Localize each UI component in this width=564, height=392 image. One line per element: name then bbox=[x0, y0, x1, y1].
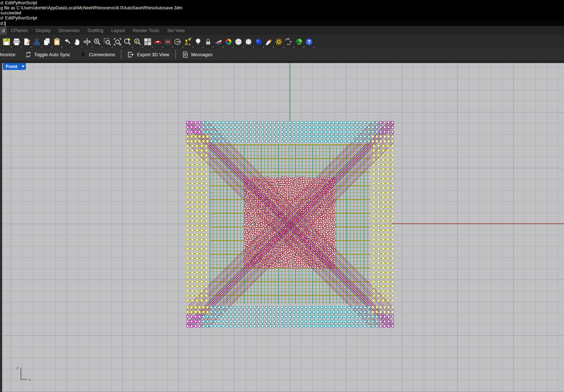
help-button[interactable]: ? bbox=[305, 37, 313, 46]
undo-button[interactable] bbox=[63, 37, 71, 46]
command-history: d: EditPythonScriptg file as C:\Users\do… bbox=[0, 0, 564, 26]
toolbar-tab-cplanes[interactable]: CPlanes bbox=[7, 27, 32, 35]
hide-car-icon bbox=[153, 37, 162, 46]
lock-button[interactable] bbox=[204, 37, 212, 46]
web-globe-icon bbox=[295, 37, 303, 46]
zoom-extents-button[interactable] bbox=[123, 37, 132, 46]
shaded-sphere-button[interactable] bbox=[234, 37, 243, 46]
plugin-button-label: hronize bbox=[0, 52, 15, 57]
command-history-lines: d: EditPythonScriptg file as C:\Users\do… bbox=[0, 0, 564, 21]
light-bulb-button[interactable] bbox=[194, 37, 202, 46]
command-history-line: d: EditPythonScript bbox=[0, 15, 564, 21]
toolbar-tab-bar: dCPlanesDisplayDimensionDraftingLayoutRe… bbox=[0, 26, 564, 35]
toolbar-tab-display[interactable]: Display bbox=[32, 27, 54, 35]
show-car-grid-icon bbox=[164, 37, 172, 46]
spotlight-icon bbox=[264, 37, 273, 46]
plugin-button-label: Export 3D View bbox=[137, 52, 169, 57]
plugin-button-label: Messages bbox=[191, 52, 212, 57]
plugin-button-label: Toggle Auto Sync bbox=[34, 52, 70, 57]
zoom-selected-button[interactable] bbox=[113, 37, 122, 46]
cut-icon bbox=[32, 37, 41, 46]
rendered-sphere-button[interactable] bbox=[244, 37, 253, 46]
rotate-view-button[interactable] bbox=[83, 37, 91, 46]
toolbar-tab-set-view[interactable]: Set View bbox=[163, 27, 189, 35]
viewport-menu-dropdown[interactable] bbox=[20, 63, 26, 70]
plugin-button-hronize[interactable]: hronize bbox=[0, 49, 20, 60]
color-wheel-button[interactable] bbox=[224, 37, 233, 46]
toolbar-separator bbox=[175, 50, 176, 59]
options-gear-icon bbox=[274, 37, 283, 46]
text-cursor bbox=[5, 21, 5, 26]
plugin-button-toggle-auto-sync[interactable]: Toggle Auto Sync bbox=[20, 49, 75, 60]
render-blue-sphere-button[interactable] bbox=[254, 37, 263, 46]
plugin-button-connections[interactable]: Connections bbox=[75, 49, 120, 60]
zoom-undo-icon bbox=[133, 37, 142, 46]
sync-icon bbox=[25, 51, 32, 58]
toolbar-separator bbox=[121, 50, 121, 59]
undo-icon bbox=[63, 37, 71, 46]
render-blue-sphere-icon bbox=[254, 37, 263, 46]
toolbar-tab-drafting[interactable]: Drafting bbox=[84, 27, 107, 35]
osnap-points-icon bbox=[184, 37, 192, 46]
command-prompt[interactable]: d: bbox=[0, 21, 564, 26]
command-history-line: d: EditPythonScript bbox=[0, 0, 564, 5]
zoom-selected-icon bbox=[113, 37, 122, 46]
rotate-view-icon bbox=[83, 37, 91, 46]
pan-icon bbox=[73, 37, 81, 46]
command-history-line: g file as C:\Users\dombr\AppData\Local\M… bbox=[0, 5, 564, 10]
plug-icon bbox=[80, 51, 86, 58]
osnap-points-button[interactable] bbox=[184, 37, 192, 46]
color-wheel-icon bbox=[224, 37, 233, 46]
gumball-wedge-button[interactable] bbox=[214, 37, 223, 46]
hide-car-button[interactable] bbox=[153, 37, 162, 46]
cplane-button[interactable] bbox=[174, 37, 182, 46]
spotlight-button[interactable] bbox=[264, 37, 273, 46]
shaded-sphere-icon bbox=[234, 37, 243, 46]
light-bulb-icon bbox=[194, 37, 202, 46]
help-icon: ? bbox=[305, 37, 313, 46]
new-document-icon bbox=[22, 37, 31, 46]
plugin-button-messages[interactable]: Messages bbox=[177, 49, 217, 60]
command-history-line: succeeded bbox=[0, 10, 564, 15]
zoom-dynamic-button[interactable] bbox=[93, 37, 102, 46]
command-prompt-text: d: bbox=[0, 21, 4, 26]
viewport-title-tab[interactable]: Front bbox=[3, 63, 26, 70]
save-button[interactable] bbox=[2, 37, 11, 46]
svg-text:?: ? bbox=[308, 39, 311, 45]
paste-button[interactable] bbox=[53, 37, 61, 46]
zoom-undo-button[interactable] bbox=[133, 37, 142, 46]
options-gear-button[interactable] bbox=[274, 37, 283, 46]
toolbar-tab-render-tools[interactable]: Render Tools bbox=[129, 27, 163, 35]
chevron-down-icon bbox=[22, 66, 24, 67]
viewport-front: Front bbox=[0, 63, 564, 392]
rhino-window: d: EditPythonScriptg file as C:\Users\do… bbox=[0, 0, 564, 392]
paste-icon bbox=[53, 37, 61, 46]
viewport-canvas[interactable] bbox=[2, 63, 564, 392]
print-button[interactable] bbox=[12, 37, 21, 46]
export-icon bbox=[127, 51, 134, 58]
viewport-title: Front bbox=[3, 63, 20, 70]
main-toolbar: ? bbox=[0, 35, 564, 49]
zoom-extents-icon bbox=[123, 37, 132, 46]
messages-icon bbox=[182, 51, 189, 58]
plugin-button-export-3d-view[interactable]: Export 3D View bbox=[123, 49, 174, 60]
plugin-button-label: Connections bbox=[89, 52, 115, 57]
web-globe-button[interactable] bbox=[295, 37, 303, 46]
pan-button[interactable] bbox=[73, 37, 81, 46]
rendered-sphere-icon bbox=[244, 37, 253, 46]
cut-button[interactable] bbox=[32, 37, 41, 46]
show-car-grid-button[interactable] bbox=[164, 37, 172, 46]
copy-button[interactable] bbox=[42, 37, 51, 46]
toolbar-tab-layout[interactable]: Layout bbox=[107, 27, 129, 35]
dimension-constraint-button[interactable] bbox=[285, 37, 293, 46]
zoom-window-icon bbox=[103, 37, 112, 46]
new-document-button[interactable] bbox=[22, 37, 31, 46]
dimension-constraint-icon bbox=[285, 37, 293, 46]
toolbar-tab-d[interactable]: d bbox=[0, 27, 7, 35]
save-icon bbox=[2, 37, 11, 46]
zoom-window-button[interactable] bbox=[103, 37, 112, 46]
toolbar-tab-dimension[interactable]: Dimension bbox=[54, 27, 84, 35]
toolbar-viewport-divider bbox=[0, 60, 564, 63]
plugin-toolbar: hronizeToggle Auto SyncConnectionsExport… bbox=[0, 49, 564, 60]
viewport-layout-button[interactable] bbox=[143, 37, 152, 46]
